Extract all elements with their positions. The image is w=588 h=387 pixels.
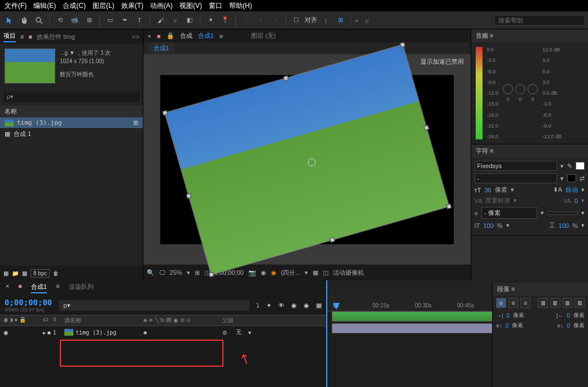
menu-glyph-icon[interactable]: ≡ [20, 33, 24, 40]
transform-handle[interactable] [423, 125, 429, 130]
indent-right-value[interactable]: 0 [567, 313, 570, 319]
eraser-tool[interactable]: ◧ [183, 14, 196, 27]
snap-icon[interactable]: ⟊ [319, 14, 332, 27]
justify-right-button[interactable]: ≣ [563, 298, 573, 308]
hand-tool[interactable] [18, 14, 30, 27]
lock-icon[interactable]: 🔒 [166, 32, 174, 39]
trash-icon[interactable]: 🗑 [53, 270, 59, 276]
search-icon[interactable]: ⌕ [361, 14, 373, 27]
indent-left-value[interactable]: 0 [507, 313, 510, 319]
clone-tool[interactable]: ⟐ [169, 14, 181, 27]
audio-knob[interactable] [515, 84, 525, 94]
menu-help[interactable]: 帮助(H) [229, 1, 252, 10]
snap-toggle[interactable]: ☐ [290, 14, 302, 27]
transform-handle[interactable] [330, 237, 335, 243]
tl-icon[interactable]: ✦ [266, 302, 271, 309]
shy-icon[interactable]: 👁 [278, 302, 284, 309]
footage-thumbnail[interactable] [5, 49, 55, 83]
orbit-tool[interactable]: ⟲ [54, 14, 66, 27]
tl-icon[interactable]: ⤵ [256, 302, 260, 309]
region-icon[interactable]: ▦ [313, 269, 318, 276]
swap-icon[interactable]: ⇄ [580, 175, 585, 182]
folder-icon[interactable]: 📁 [12, 270, 19, 276]
justify-left-button[interactable]: ≣ [538, 298, 548, 308]
font-family-dropdown[interactable]: Fixedsys [475, 161, 557, 171]
timeline-layer-row[interactable]: ◉ ▸ ■ 1 timg (3).jpg ♣ ⊘ 无 ▾ [0, 326, 326, 338]
snapshot-icon[interactable]: 📷 [248, 269, 256, 276]
leading-value[interactable]: 自动 [565, 186, 578, 194]
hscale-value[interactable]: 100 [559, 222, 569, 229]
chev-icon[interactable]: >> [132, 33, 139, 40]
menu-glyph-icon[interactable]: ≡ [220, 33, 223, 39]
grid-icon[interactable]: ⊞ [195, 269, 200, 276]
timeline-search-input[interactable]: ρ▾ [59, 300, 249, 311]
interpret-icon[interactable]: ▦ [3, 270, 8, 276]
graph-icon[interactable]: ▦ [316, 302, 322, 309]
zoom-dropdown[interactable]: 25% [170, 269, 182, 276]
transform-handle[interactable] [208, 271, 214, 277]
justify-center-button[interactable]: ≣ [550, 298, 560, 308]
col-number[interactable]: # [53, 316, 64, 324]
roto-tool[interactable]: ✦ [204, 14, 217, 27]
axis-z-icon[interactable]: ⟐ [269, 14, 282, 27]
current-timecode[interactable]: 0;00;00;00 [5, 298, 52, 307]
flowchart-icon[interactable]: ⊞ [133, 119, 138, 126]
project-search-input[interactable]: ρ▾ [3, 91, 139, 102]
menu-icon[interactable]: ≡ [490, 147, 493, 154]
transform-handle[interactable] [446, 203, 451, 209]
axis-y-icon[interactable]: ⟐ [254, 14, 267, 27]
menu-window[interactable]: 窗口 [209, 1, 222, 10]
comp-sub-tab[interactable]: 合成1 [148, 42, 175, 54]
comp-new-icon[interactable]: ▦ [22, 270, 27, 276]
project-item[interactable]: timg (3).jpg ⊞ [0, 117, 143, 128]
magnify-icon[interactable]: 🔍 [147, 269, 155, 276]
layer-image[interactable] [164, 44, 450, 275]
menu-icon[interactable]: ≡ [56, 283, 59, 293]
tab-project[interactable]: 项目 [3, 32, 16, 42]
text-tool[interactable]: T [133, 14, 146, 27]
char-panel-title[interactable]: 字符 [476, 147, 488, 154]
selection-tool[interactable] [3, 14, 16, 27]
close-icon[interactable]: × [6, 283, 9, 293]
column-name-header[interactable]: 名称 [0, 105, 143, 117]
comp-canvas[interactable] [160, 75, 454, 244]
font-size-value[interactable]: 36 [484, 187, 491, 194]
tab-effects-controls[interactable]: 效果控件 timg [37, 33, 75, 41]
align-left-button[interactable]: ≡ [496, 298, 506, 308]
zoom-tool[interactable] [33, 14, 45, 27]
align-right-button[interactable]: ≡ [520, 298, 530, 308]
space-before-value[interactable]: 0 [506, 323, 509, 329]
menu-anim[interactable]: 动画(A) [150, 1, 173, 10]
puppet-tool[interactable]: 📍 [219, 14, 231, 27]
timeline-tab-render[interactable]: 渲染队列 [69, 283, 94, 293]
close-icon[interactable]: × [148, 33, 151, 39]
menu-icon[interactable]: ≡ [511, 285, 515, 292]
tl-icon[interactable]: ◉ [304, 302, 309, 309]
layer-name[interactable]: timg (3).jpg [76, 329, 116, 336]
bpc-button[interactable]: 8 bpc [30, 269, 50, 278]
color-icon[interactable]: ◉ [271, 269, 277, 276]
menu-icon[interactable]: ≡ [490, 32, 493, 39]
help-search-input[interactable] [494, 15, 585, 25]
layer-switches[interactable]: ♣ [143, 329, 222, 336]
axis-x-icon[interactable]: ⟐ [240, 14, 252, 27]
menu-file[interactable]: 文件(F) [5, 1, 27, 10]
menu-effect[interactable]: 效果(T) [121, 1, 143, 10]
kerning-dropdown[interactable]: 度量标准 [485, 196, 510, 205]
justify-all-button[interactable]: ≣ [574, 298, 585, 308]
timeline-tab-comp[interactable]: 合成1 [31, 283, 47, 293]
col-source[interactable]: 源名称 [64, 316, 143, 324]
tl-icon[interactable]: ◉ [291, 302, 297, 309]
channel-icon[interactable]: ◉ [261, 269, 266, 276]
resolution-dropdown[interactable]: (四分... [281, 269, 301, 277]
col-parent[interactable]: 父级 [222, 316, 234, 324]
camera-dropdown[interactable]: 活动摄像机 [333, 269, 364, 277]
audio-knob[interactable] [528, 84, 538, 94]
stroke-unit-dropdown[interactable]: - 像素 [481, 207, 537, 219]
paragraph-title[interactable]: 段落 [497, 285, 510, 292]
parent-dropdown[interactable]: 无 [229, 328, 248, 337]
display-icon[interactable]: 🖵 [159, 269, 165, 276]
align-center-button[interactable]: ≡ [508, 298, 519, 308]
menu-view[interactable]: 视图(V) [179, 1, 202, 10]
transform-handle[interactable] [400, 42, 405, 47]
